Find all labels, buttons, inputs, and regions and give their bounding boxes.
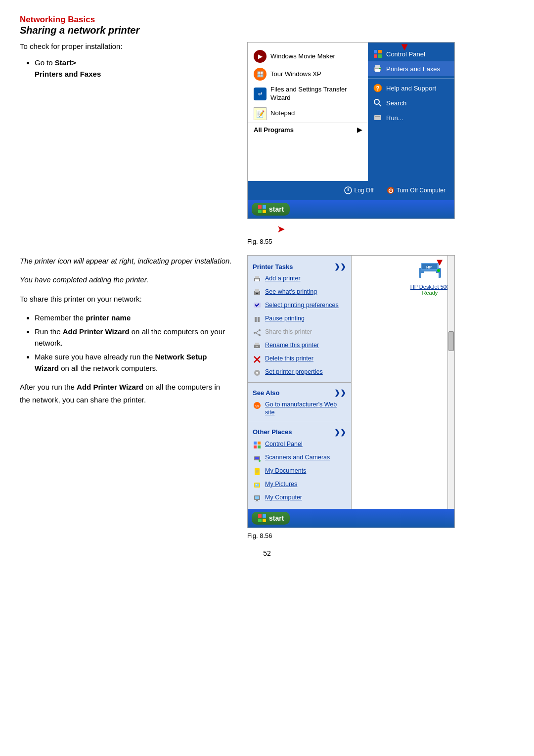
pause-printing-icon — [253, 315, 262, 324]
panel-my-documents[interactable]: My Documents — [248, 465, 351, 478]
notepad-icon: 📝 — [254, 107, 267, 120]
run-label: Run... — [386, 114, 403, 122]
start-run[interactable]: Run... — [368, 110, 454, 125]
svg-rect-57 — [255, 484, 259, 487]
see-printing-icon — [253, 288, 262, 297]
panel-my-pictures[interactable]: My Pictures — [248, 478, 351, 491]
printers-faxes-icon — [373, 64, 383, 74]
see-also-section: See Also ❯❯ — [248, 386, 351, 399]
panel-see-printing[interactable]: See what's printing — [248, 286, 351, 299]
svg-rect-50 — [255, 457, 259, 459]
second-layout: The printer icon will appear at right, i… — [20, 255, 514, 539]
start-menu-body: ▶ Windows Movie Maker 🪟 Tour Windows XP — [248, 43, 454, 181]
bullet-add-wizard: Run the Add Printer Wizard on all the co… — [35, 326, 232, 349]
turnoff-button[interactable]: ⏻ Turn Off Computer — [383, 185, 449, 196]
left-col-2: The printer icon will appear at right, i… — [20, 255, 232, 413]
set-props-label: Set printer properties — [265, 368, 323, 376]
all-programs-button[interactable]: All Programs ▶ — [248, 123, 368, 136]
other-places-label: Other Places — [253, 428, 292, 436]
panel-scanners-cameras[interactable]: Scanners and Cameras — [248, 451, 351, 465]
start-help-support[interactable]: ? Help and Support — [368, 81, 454, 95]
start-item-notepad[interactable]: 📝 Notepad — [248, 105, 368, 123]
tourxp-label: Tour Windows XP — [270, 70, 321, 79]
other-places-section: Other Places ❯❯ — [248, 425, 351, 438]
logoff-button[interactable]: Log Off — [340, 185, 377, 196]
start-item-moviemaker[interactable]: ▶ Windows Movie Maker — [248, 47, 368, 65]
add-printer-wizard-bold: Add Printer Wizard — [77, 383, 143, 391]
add-wizard-bold: Add Printer Wizard — [63, 327, 130, 336]
start-item-tourxp[interactable]: 🪟 Tour Windows XP — [248, 65, 368, 83]
scrollbar-thumb[interactable] — [448, 331, 454, 351]
panel-set-props[interactable]: Set printer properties — [248, 366, 351, 379]
see-also-collapse-icon[interactable]: ❯❯ — [334, 389, 346, 397]
share-printer-label: Share this printer — [265, 328, 312, 336]
start-printers-faxes[interactable]: Printers and Faxes — [368, 61, 454, 76]
svg-rect-73 — [263, 519, 266, 522]
svg-text:W: W — [255, 404, 259, 408]
panel-pause-printing[interactable]: Pause printing — [248, 312, 351, 326]
main-layout: To check for proper installation: Go to … — [20, 42, 514, 245]
start-button[interactable]: start — [252, 203, 290, 216]
page-header: Networking Basics Sharing a network prin… — [20, 15, 514, 36]
svg-rect-71 — [263, 514, 266, 518]
svg-rect-45 — [254, 442, 257, 445]
panel-add-printer[interactable]: Add a printer — [248, 272, 351, 286]
panel-other-control-panel[interactable]: Control Panel — [248, 438, 351, 451]
bullet-printer-name: Remember the printer name — [35, 312, 232, 324]
svg-rect-48 — [258, 445, 261, 448]
panel-manufacturer-web[interactable]: W Go to manufacturer's Web site — [248, 399, 351, 419]
svg-rect-3 — [378, 54, 382, 58]
notepad-label: Notepad — [270, 109, 295, 118]
panel-share-printer[interactable]: Share this printer — [248, 326, 351, 339]
run-icon — [373, 113, 383, 123]
svg-rect-24 — [255, 279, 259, 281]
start-item-transfer[interactable]: ⇄ Files and Settings Transfer Wizard — [248, 83, 368, 105]
pause-printing-label: Pause printing — [265, 314, 305, 322]
printer-name-label[interactable]: HP DeskJet 500 — [410, 284, 449, 290]
printer-panel-start-button[interactable]: start — [252, 512, 290, 525]
add-printer-label: Add a printer — [265, 274, 301, 282]
web-icon: W — [253, 401, 262, 410]
printer-tasks-section: Printer Tasks ❯❯ — [248, 260, 351, 272]
my-documents-label: My Documents — [265, 467, 306, 475]
all-programs-label: All Programs — [254, 126, 294, 133]
movie-maker-icon: ▶ — [254, 50, 267, 63]
svg-point-58 — [256, 484, 257, 485]
start-control-panel[interactable]: Control Panel — [368, 46, 454, 61]
other-control-panel-label: Control Panel — [265, 440, 303, 448]
printer-tasks-label: Printer Tasks — [253, 263, 293, 270]
svg-point-32 — [259, 329, 261, 331]
panel-select-printing[interactable]: Select printing preferences — [248, 299, 351, 312]
my-computer-icon — [253, 494, 262, 503]
printer-panel-windows-icon — [258, 514, 267, 523]
svg-text:⏻: ⏻ — [388, 187, 394, 193]
moviemaker-label: Windows Movie Maker — [270, 52, 335, 61]
after-text: After you run the Add Printer Wizard on … — [20, 381, 232, 406]
svg-rect-27 — [256, 293, 258, 294]
svg-line-34 — [256, 331, 259, 333]
panel-scrollbar[interactable] — [447, 256, 454, 509]
panel-delete-printer[interactable]: Delete this printer — [248, 353, 351, 366]
panel-corner-arrow-icon: ▼ — [435, 257, 445, 268]
bullet-network-setup: Make sure you have already run the Netwo… — [35, 352, 232, 374]
windows-logo-icon — [258, 205, 267, 214]
transfer-label: Files and Settings Transfer Wizard — [270, 86, 362, 102]
svg-rect-46 — [258, 442, 261, 445]
page-number: 52 — [20, 549, 514, 557]
tasks-collapse-icon[interactable]: ❯❯ — [334, 263, 346, 270]
svg-rect-60 — [255, 496, 259, 499]
panel-rename-printer[interactable]: ✏ Rename this printer — [248, 339, 351, 353]
panel-my-computer[interactable]: My Computer — [248, 491, 351, 505]
printers-faxes-label: Printers and Faxes — [386, 65, 440, 73]
svg-rect-1 — [378, 50, 382, 53]
other-places-collapse-icon[interactable]: ❯❯ — [334, 428, 346, 436]
left-column: To check for proper installation: Go to … — [20, 42, 232, 87]
tour-icon-shape: 🪟 — [254, 68, 267, 81]
svg-rect-13 — [375, 116, 380, 117]
start-menu-right: Control Panel Printers and Faxes ? — [368, 43, 454, 181]
start-search[interactable]: Search — [368, 95, 454, 110]
printer-panel-start-label: start — [269, 514, 284, 522]
help-support-label: Help and Support — [386, 85, 436, 92]
svg-rect-0 — [374, 50, 377, 53]
goto-list: Go to Start> Printers and Faxes — [35, 57, 232, 80]
